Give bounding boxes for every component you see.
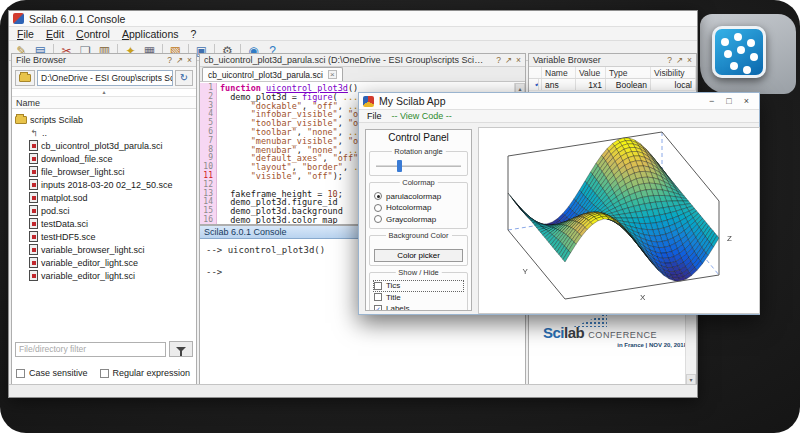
menu-item[interactable]: Edit [40, 28, 70, 40]
file-item[interactable]: pod.sci [12, 204, 196, 217]
close-icon[interactable]: × [744, 96, 749, 106]
file-item[interactable]: variable_browser_light.sci [12, 243, 196, 256]
rotation-slider[interactable] [374, 160, 463, 172]
filter-button[interactable] [169, 341, 193, 357]
sci-file-icon [29, 205, 38, 216]
cell-value: local [651, 79, 696, 90]
file-list: scripts Scilab↰..cb_uicontrol_plot3d_par… [12, 111, 196, 337]
file-item[interactable]: inputs 2018-03-20 02_12_50.sce [12, 178, 196, 191]
showhide-options: TicsTitle✓Labels✓Edges [374, 281, 463, 312]
control-panel-title: Control Panel [369, 132, 468, 145]
colormap-radio[interactable]: Graycolormap [374, 214, 463, 225]
panel-title: Variable Browser [533, 55, 601, 65]
variable-browser-header[interactable]: Variable Browser ? ↗ × [529, 54, 696, 67]
open-folder-button[interactable] [15, 70, 35, 86]
checkbox-label: Tics [386, 281, 400, 290]
scilab-app-icon [13, 13, 24, 24]
column-header[interactable]: Type [606, 67, 651, 78]
menu-item[interactable]: File [11, 28, 40, 40]
news-scrollbar[interactable]: ▾ [685, 309, 696, 385]
undock-panel-icon[interactable]: ↗ [505, 55, 512, 65]
case-sensitive-label: Case sensitive [29, 368, 88, 378]
column-header[interactable]: Name [542, 67, 576, 78]
close-panel-icon[interactable]: × [687, 55, 692, 65]
help-panel-icon[interactable]: ? [167, 55, 172, 65]
slider-thumb[interactable] [397, 160, 402, 172]
file-item[interactable]: variable_editor_light.sce [12, 256, 196, 269]
sci-file-icon [29, 231, 38, 242]
file-item[interactable]: variable_editor_light.sci [12, 269, 196, 282]
panel-buttons: ? ↗ × [667, 55, 692, 65]
sci-file-icon [29, 270, 38, 281]
app-menu-view-code[interactable]: -- View Code -- [392, 111, 452, 121]
file-item-label: .. [42, 128, 47, 138]
showhide-checkbox[interactable]: Tics [374, 281, 463, 292]
up-directory-icon: ↰ [29, 128, 39, 138]
app-title-bar[interactable]: My Scilab App − □ × [359, 93, 759, 110]
file-tree-root[interactable]: scripts Scilab [12, 113, 196, 126]
minimize-icon[interactable]: − [709, 96, 714, 106]
column-header[interactable]: Value [576, 67, 606, 78]
file-item[interactable]: cb_uicontrol_plot3d_parula.sci [12, 139, 196, 152]
column-header[interactable]: Visibility [651, 67, 696, 78]
file-browser-header[interactable]: File Browser ? ↗ × [12, 54, 196, 67]
file-filter-input[interactable] [15, 342, 166, 357]
logo-dots-icon [721, 38, 729, 46]
regular-expression-checkbox[interactable]: Regular expression [100, 368, 191, 378]
file-item[interactable]: ↰.. [12, 126, 196, 139]
menu-item[interactable]: ? [185, 28, 203, 40]
checkbox-icon [374, 293, 382, 301]
funnel-icon [176, 347, 186, 352]
editor-tab[interactable]: cb_uicontrol_plot3d_parula.sci × [202, 67, 343, 81]
sci-file-icon [29, 257, 38, 268]
menu-item[interactable]: Control [70, 28, 116, 40]
colormap-radio[interactable]: parulacolormap [374, 191, 463, 202]
table-row[interactable]: ✔ans1x1Booleanlocal [529, 79, 696, 91]
colormap-radio[interactable]: Hotcolormap [374, 203, 463, 214]
colormap-label: Colormap [399, 178, 438, 187]
background-color-group: Background Color Color picker [369, 235, 468, 266]
help-panel-icon[interactable]: ? [496, 55, 501, 65]
help-panel-icon[interactable]: ? [667, 55, 672, 65]
name-column-header[interactable]: Name [12, 96, 196, 109]
collapse-caret-icon[interactable]: ▴ [12, 89, 196, 96]
conference-subtitle: in France | NOV 20, 2018 [543, 342, 691, 348]
close-panel-icon[interactable]: × [187, 55, 192, 65]
file-item[interactable]: testData.sci [12, 217, 196, 230]
maximize-icon[interactable]: □ [726, 96, 731, 106]
file-item-label: variable_editor_light.sce [41, 258, 138, 268]
close-panel-icon[interactable]: × [516, 55, 521, 65]
plot-area [478, 127, 760, 314]
radio-label: Graycolormap [386, 215, 436, 224]
close-tab-icon[interactable]: × [328, 70, 337, 79]
file-item[interactable]: matplot.sod [12, 191, 196, 204]
app-menu-file[interactable]: File [367, 111, 382, 121]
control-panel: Control Panel Rotation angle Colormap pa… [365, 129, 472, 311]
file-tree-root-label: scripts Scilab [30, 115, 83, 125]
showhide-checkbox[interactable]: ✓Labels [374, 304, 463, 312]
radio-label: Hotcolormap [386, 203, 431, 212]
undock-panel-icon[interactable]: ↗ [676, 55, 683, 65]
file-item-label: file_browser_light.sci [41, 167, 125, 177]
file-item[interactable]: file_browser_light.sci [12, 165, 196, 178]
showhide-checkbox[interactable]: Title [374, 292, 463, 303]
file-item[interactable]: testHDF5.sce [12, 230, 196, 243]
file-item-label: pod.sci [41, 206, 70, 216]
path-combobox[interactable]: D:\OneDrive - ESI Group\scripts Scilab\ … [37, 70, 173, 86]
case-sensitive-checkbox[interactable]: Case sensitive [16, 368, 88, 378]
scinotes-header[interactable]: cb_uicontrol_plot3d_parula.sci (D:\OneDr… [200, 54, 525, 67]
file-item[interactable]: download_file.sce [12, 152, 196, 165]
undock-panel-icon[interactable]: ↗ [176, 55, 183, 65]
title-bar[interactable]: Scilab 6.0.1 Console [9, 11, 697, 27]
row-checkbox[interactable]: ✔ [529, 79, 542, 90]
file-item-label: download_file.sce [41, 154, 113, 164]
refresh-button[interactable]: ↻ [175, 70, 193, 86]
folder-icon [15, 116, 27, 124]
filter-options: Case sensitive Regular expression [16, 368, 196, 378]
radio-icon [374, 204, 382, 212]
menu-item[interactable]: Applications [116, 28, 185, 40]
slider-track [376, 165, 461, 167]
sci-file-icon [29, 192, 38, 203]
color-picker-button[interactable]: Color picker [374, 249, 463, 262]
file-item-label: cb_uicontrol_plot3d_parula.sci [41, 141, 163, 151]
